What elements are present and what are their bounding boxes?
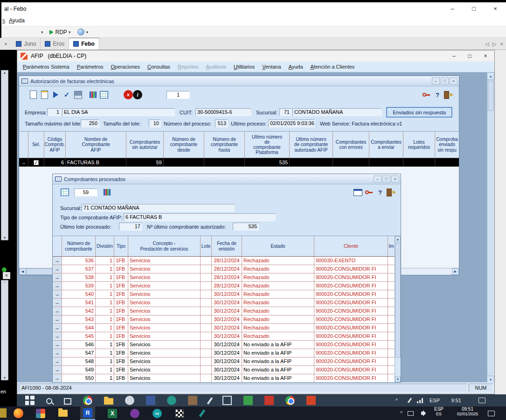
- proc-table-row[interactable]: → 543 1 1FB Servicios 30/12/2024 Rechaza…: [53, 315, 395, 324]
- menu-utilitarios[interactable]: Utilitarios: [230, 63, 258, 71]
- menu-parametros[interactable]: Parámetros: [73, 63, 107, 71]
- teal-app-icon[interactable]: ∞: [152, 409, 162, 418]
- browser-icon[interactable]: [83, 396, 92, 405]
- scroll-down-icon[interactable]: ▼: [1, 236, 8, 239]
- new-record-icon[interactable]: [28, 89, 39, 100]
- grid-view-icon[interactable]: [59, 187, 70, 198]
- confirm-icon[interactable]: ✓: [61, 89, 72, 100]
- exit-icon[interactable]: [386, 187, 397, 198]
- host-titlebar[interactable]: al - Febo – □ ×: [1, 2, 506, 15]
- stop-icon[interactable]: ×: [124, 90, 133, 99]
- help-icon[interactable]: ?: [374, 187, 386, 198]
- proc-table-row[interactable]: → 549 1 1FB Servicios 30/12/2024 No envi…: [53, 366, 395, 374]
- firefox-icon[interactable]: [14, 408, 23, 418]
- menu-consultas[interactable]: Consultas: [144, 63, 174, 71]
- calendar-app-icon[interactable]: [243, 396, 253, 405]
- panel-close-icon[interactable]: ×: [4, 41, 7, 47]
- pen-app-icon[interactable]: [207, 397, 213, 404]
- key-icon[interactable]: [363, 187, 374, 198]
- menu-parametros-sistema[interactable]: Parámetros Sistema: [19, 63, 73, 71]
- menu-item-ayuda[interactable]: Ayuda: [6, 16, 28, 25]
- tab-scroll-left-icon[interactable]: ◁: [485, 41, 489, 47]
- proc-table-row[interactable]: → 540 1 1FB Servicios 30/12/2024 Rechaza…: [53, 290, 395, 299]
- game-app-icon[interactable]: [130, 409, 139, 418]
- proc-table-row[interactable]: → 547 1 1FB Servicios 30/12/2024 No envi…: [53, 349, 395, 357]
- record-counter-field[interactable]: 59: [74, 189, 97, 196]
- excel-icon[interactable]: X: [108, 409, 117, 418]
- clock[interactable]: 09:51 02/01/2025: [457, 406, 478, 420]
- sucursal-name-field[interactable]: CONTADO MAÑANA: [292, 108, 382, 116]
- language-indicator[interactable]: ESP ES: [434, 406, 444, 420]
- afip-close-button[interactable]: ×: [478, 50, 493, 62]
- help-icon[interactable]: ?: [432, 89, 443, 100]
- proc-table-row[interactable]: → 544 1 1FB Servicios 30/12/2024 Rechaza…: [53, 324, 395, 332]
- exit-icon[interactable]: [443, 89, 454, 100]
- paint-app-icon[interactable]: [36, 409, 45, 418]
- book-icon[interactable]: [101, 187, 112, 198]
- language-indicator[interactable]: ESP: [430, 394, 440, 406]
- tab-juno[interactable]: Juno: [12, 38, 41, 49]
- tab-scroll-right-icon[interactable]: ▷: [492, 41, 496, 47]
- proc-table-row[interactable]: → 550 1 1FB Servicios 30/12/2024 No envi…: [53, 374, 395, 382]
- checkered-flag-icon[interactable]: [175, 409, 184, 418]
- erp-app-icon[interactable]: [306, 396, 316, 405]
- empresa-name-field[interactable]: EL DIA SA: [62, 108, 175, 116]
- columns-icon[interactable]: [87, 89, 98, 100]
- close-button[interactable]: ×: [450, 77, 457, 84]
- browser-icon-2[interactable]: [285, 396, 295, 405]
- proc-table-row[interactable]: → 546 1 1FB Servicios 30/12/2024 No envi…: [53, 341, 395, 349]
- clock[interactable]: 9:51: [451, 394, 461, 406]
- host-scrollbar-fragment[interactable]: ▲ ▼: [1, 70, 8, 240]
- tamano-lote-field[interactable]: 10: [149, 119, 161, 127]
- menu-item-fragment[interactable]: s: [1, 16, 6, 25]
- host-scrollbar-fragment[interactable]: ^ ▼: [1, 280, 8, 380]
- info-icon[interactable]: i: [133, 90, 142, 99]
- afip-minimize-button[interactable]: –: [446, 50, 462, 62]
- proc-table-row[interactable]: → 545 1 1FB Servicios 30/12/2024 Rechaza…: [53, 332, 395, 341]
- comprobantes-titlebar[interactable]: Comprobantes procesados – □ ×: [53, 174, 401, 184]
- maximize-button[interactable]: □: [382, 175, 390, 182]
- contacts-icon[interactable]: [125, 396, 134, 405]
- proc-table-row[interactable]: → 536 1 1FB Servicios 28/12/2024 Rechaza…: [53, 257, 395, 265]
- empresa-code-field[interactable]: 1: [47, 108, 61, 116]
- globe-icon[interactable]: [77, 28, 84, 35]
- app-icon-blue[interactable]: [146, 396, 155, 405]
- key-icon[interactable]: [421, 89, 432, 100]
- afip-maximize-button[interactable]: □: [462, 50, 478, 62]
- scrollbar-thumb[interactable]: [488, 81, 494, 111]
- tray-pen-icon[interactable]: [409, 394, 410, 406]
- scrollbar-thumb[interactable]: [395, 243, 401, 357]
- notification-center-icon[interactable]: [488, 406, 495, 420]
- scroll-right-icon[interactable]: ▶: [452, 268, 459, 275]
- autorizacion-titlebar[interactable]: Autorización de facturas electrónicas – …: [19, 76, 459, 86]
- toolbar-dropdown-icon[interactable]: ▾: [40, 30, 45, 35]
- pen-app-icon[interactable]: [199, 409, 205, 417]
- tab-febo[interactable]: Febo: [69, 38, 99, 49]
- globe-dropdown-icon[interactable]: ▾: [84, 30, 90, 35]
- proc-vertical-scrollbar[interactable]: ▲ ▼: [395, 236, 401, 382]
- scroll-down-icon[interactable]: ▼: [395, 376, 401, 382]
- maximize-button[interactable]: □: [441, 77, 449, 84]
- proc-table-row[interactable]: → 538 1 1FB Servicios 28/12/2024 Rechaza…: [53, 273, 395, 282]
- table-icon[interactable]: [352, 187, 363, 198]
- grid-view-icon[interactable]: [98, 89, 110, 100]
- enviados-sin-respuesta-button[interactable]: Enviados sin respuesta: [387, 107, 452, 117]
- sel-checkbox-cell[interactable]: ✓: [28, 158, 44, 167]
- menu-ayuda[interactable]: Ayuda: [285, 63, 307, 71]
- save-icon[interactable]: [72, 89, 83, 100]
- edit-record-icon[interactable]: [39, 89, 50, 100]
- network-icon[interactable]: [416, 394, 423, 406]
- host-close-button[interactable]: ×: [485, 2, 506, 15]
- record-counter-field[interactable]: 1: [166, 91, 190, 99]
- cuit-field[interactable]: 30-50009415-6: [195, 108, 251, 116]
- close-icon[interactable]: ×: [3, 272, 10, 279]
- numero-proceso-field[interactable]: 513: [215, 119, 228, 127]
- clipped-app-icon[interactable]: [0, 408, 7, 418]
- checkbox-checked[interactable]: ✓: [34, 160, 39, 165]
- menu-ventana[interactable]: Ventana: [258, 63, 284, 71]
- scroll-up-icon[interactable]: ▲: [1, 71, 8, 74]
- chat-icon[interactable]: [167, 396, 176, 405]
- file-explorer-icon[interactable]: [58, 410, 68, 417]
- proc-table-row[interactable]: → 541 1 1FB Servicios 30/12/2024 Rechaza…: [53, 299, 395, 307]
- auth-selected-row[interactable]: → ✓ 6 FACTURAS B 59 535: [19, 158, 459, 167]
